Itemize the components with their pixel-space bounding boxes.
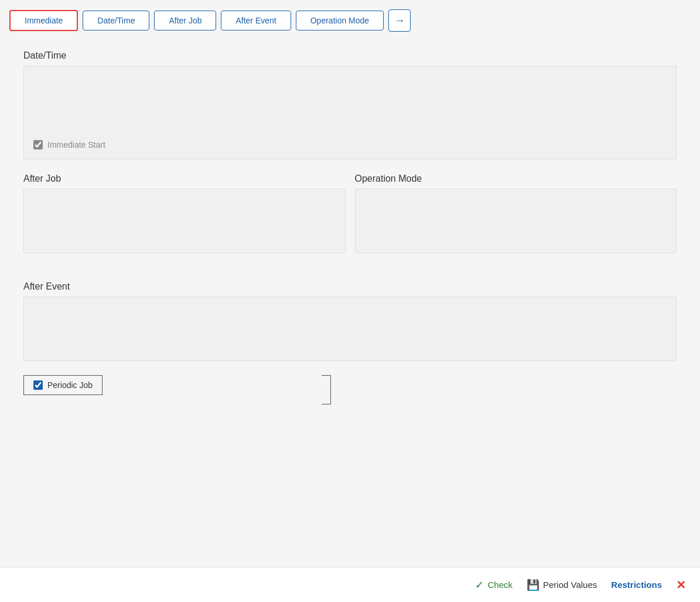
after-job-panel — [23, 189, 346, 253]
after-event-section: After Event — [23, 281, 677, 361]
periodic-job-label: Periodic Job — [47, 380, 93, 390]
restrictions-action[interactable]: Restrictions — [611, 580, 662, 590]
tab-datetime[interactable]: Date/Time — [83, 11, 149, 30]
operation-mode-panel — [355, 189, 677, 253]
tab-bar: Immediate Date/Time After Job After Even… — [9, 9, 691, 32]
save-icon: 💾 — [527, 579, 539, 591]
tab-arrow-button[interactable]: → — [388, 9, 411, 32]
periodic-job-area: Periodic Job — [23, 375, 677, 395]
two-col-section: After Job Operation Mode — [23, 174, 677, 267]
check-icon: ✓ — [475, 579, 484, 591]
periodic-job-box: Periodic Job — [23, 375, 103, 395]
close-icon: ✕ — [676, 578, 686, 592]
footer-bar: ✓ Check 💾 Period Values Restrictions ✕ — [0, 567, 700, 602]
after-job-col: After Job — [23, 174, 346, 267]
after-job-label: After Job — [23, 174, 346, 184]
main-container: Immediate Date/Time After Job After Even… — [0, 0, 700, 602]
bracket-right — [322, 375, 331, 404]
operation-mode-label: Operation Mode — [355, 174, 677, 184]
periodic-job-checkbox[interactable] — [33, 380, 43, 390]
tab-immediate[interactable]: Immediate — [9, 10, 78, 31]
check-label: Check — [487, 580, 513, 590]
tab-after-job[interactable]: After Job — [154, 11, 216, 30]
datetime-section-label: Date/Time — [23, 50, 677, 61]
after-event-label: After Event — [23, 281, 677, 292]
immediate-start-row: Immediate Start — [33, 140, 667, 149]
immediate-start-label: Immediate Start — [47, 140, 105, 149]
after-event-panel — [23, 297, 677, 361]
period-values-label: Period Values — [543, 580, 597, 590]
tab-operation-mode[interactable]: Operation Mode — [296, 11, 384, 30]
operation-mode-col: Operation Mode — [355, 174, 677, 267]
period-values-action[interactable]: 💾 Period Values — [527, 579, 597, 591]
restrictions-label: Restrictions — [611, 580, 662, 590]
datetime-panel: Immediate Start — [23, 66, 677, 159]
check-action[interactable]: ✓ Check — [475, 579, 513, 591]
content-area: Date/Time Immediate Start After Job Oper… — [9, 46, 691, 442]
close-action[interactable]: ✕ — [676, 578, 686, 592]
tab-after-event[interactable]: After Event — [221, 11, 291, 30]
immediate-start-checkbox[interactable] — [33, 140, 43, 149]
